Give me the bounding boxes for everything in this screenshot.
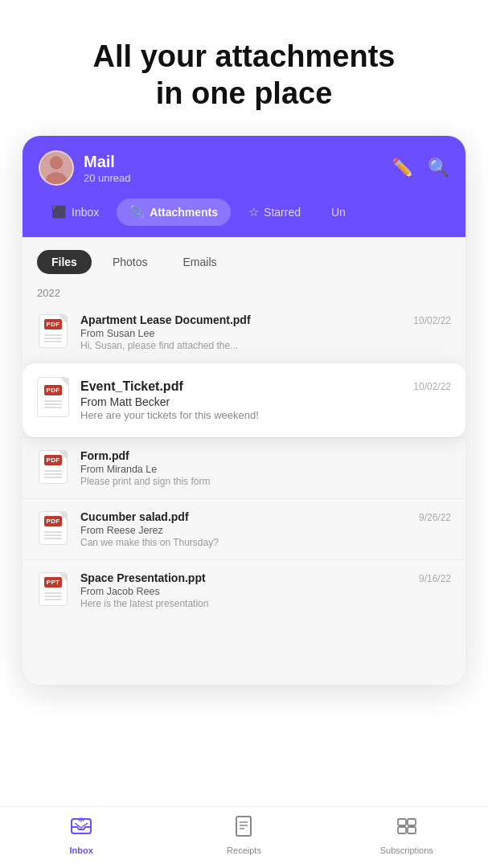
- nav-inbox-icon: [70, 815, 92, 842]
- content-scroll: Files Photos Emails 2022 PDF: [23, 237, 465, 685]
- tab-attachments[interactable]: 📎 Attachments: [117, 199, 231, 226]
- hero-section: All your attachments in one place: [0, 0, 488, 136]
- attachments-tab-icon: 📎: [129, 205, 145, 219]
- tab-starred-label: Starred: [264, 206, 301, 219]
- pdf-lines: [44, 333, 62, 344]
- nav-item-subscriptions[interactable]: Subscriptions: [375, 815, 439, 855]
- file-preview-ticket: Here are your tickets for this weekend!: [80, 409, 451, 421]
- pdf-badge-salad: PDF: [44, 516, 63, 526]
- nav-inbox-label: Inbox: [69, 845, 92, 855]
- search-icon[interactable]: 🔍: [428, 158, 449, 178]
- file-icon-pdf: PDF: [37, 313, 69, 349]
- bottom-nav: Inbox Receipts Subscriptions: [0, 806, 488, 868]
- file-name: Apartment Lease Document.pdf: [80, 313, 251, 326]
- file-from-ticket: From Matt Becker: [80, 395, 451, 408]
- file-item-form[interactable]: PDF Form.pdf From Miranda Le Plea: [23, 437, 465, 498]
- year-label: 2022: [23, 282, 465, 302]
- pdf-lines-salad: [44, 530, 62, 541]
- nav-item-receipts[interactable]: Receipts: [211, 815, 276, 855]
- file-preview: Hi, Susan, please find attached the...: [80, 340, 451, 351]
- file-content-presentation: Space Presentation.ppt 9/16/22 From Jaco…: [80, 571, 451, 609]
- mail-unread: 20 unread: [84, 172, 131, 184]
- mail-header-icons: ✏️ 🔍: [392, 158, 449, 178]
- pdf-badge: PDF: [44, 319, 63, 330]
- file-item-highlighted[interactable]: PDF Event_Ticket.pdf 10/02/22 From Matt …: [23, 362, 465, 437]
- file-date-presentation: 9/16/22: [419, 573, 451, 584]
- file-content: Apartment Lease Document.pdf 10/02/22 Fr…: [80, 313, 451, 351]
- tab-inbox-label: Inbox: [72, 206, 99, 219]
- nav-receipts-icon: [232, 815, 255, 842]
- file-name-ticket: Event_Ticket.pdf: [80, 379, 183, 394]
- file-row-top: Apartment Lease Document.pdf 10/02/22: [80, 313, 451, 328]
- file-preview-form: Please print and sign this form: [80, 476, 451, 487]
- tab-attachments-label: Attachments: [150, 206, 218, 219]
- sub-tab-files[interactable]: Files: [37, 250, 92, 274]
- inbox-tab-icon: ⬛: [51, 205, 67, 219]
- nav-subscriptions-label: Subscriptions: [380, 845, 433, 855]
- file-icon-ppt: PPT: [37, 571, 69, 607]
- sub-tabs: Files Photos Emails: [23, 237, 465, 282]
- tab-unread[interactable]: Un: [318, 199, 359, 226]
- nav-item-inbox[interactable]: Inbox: [49, 815, 113, 855]
- svg-point-1: [50, 156, 63, 169]
- starred-tab-icon: ☆: [248, 205, 259, 219]
- pdf-badge-ticket: PDF: [44, 385, 63, 395]
- pdf-badge-form: PDF: [44, 455, 63, 465]
- mail-header-left: Mail 20 unread: [39, 150, 131, 186]
- sub-tab-emails[interactable]: Emails: [169, 250, 232, 274]
- svg-rect-9: [408, 819, 416, 825]
- file-item[interactable]: PDF Apartment Lease Document.pdf 10/02/2…: [23, 302, 465, 362]
- pdf-lines-ticket: [44, 399, 62, 410]
- svg-rect-8: [398, 819, 406, 825]
- file-preview-salad: Can we make this on Thursday?: [80, 537, 451, 548]
- compose-icon[interactable]: ✏️: [392, 158, 413, 178]
- file-preview-presentation: Here is the latest presentation: [80, 598, 451, 609]
- tab-bar: ⬛ Inbox 📎 Attachments ☆ Starred Un: [39, 199, 449, 237]
- svg-rect-11: [408, 827, 416, 833]
- file-content-salad: Cucumber salad.pdf 9/26/22 From Reese Je…: [80, 510, 451, 548]
- file-row-top-presentation: Space Presentation.ppt 9/16/22: [80, 571, 451, 586]
- mail-header-top: Mail 20 unread ✏️ 🔍: [39, 150, 449, 186]
- file-name-form: Form.pdf: [80, 449, 129, 462]
- nav-subscriptions-icon: [396, 815, 418, 842]
- pdf-lines-form: [44, 469, 62, 480]
- file-content-form: Form.pdf From Miranda Le Please print an…: [80, 449, 451, 487]
- hero-title: All your attachments in one place: [32, 39, 456, 112]
- mail-header: Mail 20 unread ✏️ 🔍 ⬛ Inbox 📎 Attachment…: [23, 136, 465, 237]
- file-content-ticket: Event_Ticket.pdf 10/02/22 From Matt Beck…: [80, 379, 451, 421]
- app-card: Mail 20 unread ✏️ 🔍 ⬛ Inbox 📎 Attachment…: [23, 136, 465, 685]
- content-area: Files Photos Emails 2022 PDF: [23, 237, 465, 685]
- svg-rect-10: [398, 827, 406, 833]
- file-date-ticket: 10/02/22: [413, 381, 451, 392]
- svg-rect-4: [236, 817, 251, 836]
- file-from-salad: From Reese Jerez: [80, 525, 451, 536]
- file-item-presentation[interactable]: PPT Space Presentation.ppt 9/16/22 From …: [23, 559, 465, 620]
- tab-inbox[interactable]: ⬛ Inbox: [39, 199, 112, 226]
- file-date: 10/02/22: [413, 315, 451, 326]
- nav-receipts-label: Receipts: [227, 845, 261, 855]
- file-icon-pdf-salad: PDF: [37, 510, 69, 546]
- sub-tab-photos[interactable]: Photos: [98, 250, 162, 274]
- avatar: [39, 150, 74, 186]
- file-row-top-ticket: Event_Ticket.pdf 10/02/22: [80, 379, 451, 395]
- file-row-top-form: Form.pdf: [80, 449, 451, 464]
- file-icon-pdf-form: PDF: [37, 449, 69, 485]
- mail-app-title: Mail: [84, 153, 131, 170]
- mail-info: Mail 20 unread: [84, 153, 131, 184]
- pdf-lines-ppt: [44, 591, 62, 602]
- file-from-form: From Miranda Le: [80, 464, 451, 475]
- file-row-top-salad: Cucumber salad.pdf 9/26/22: [80, 510, 451, 525]
- file-from: From Susan Lee: [80, 328, 451, 339]
- tab-unread-label: Un: [331, 206, 346, 219]
- tab-starred[interactable]: ☆ Starred: [236, 199, 314, 226]
- file-name-salad: Cucumber salad.pdf: [80, 510, 189, 523]
- file-icon-pdf-ticket: PDF: [37, 379, 69, 415]
- file-item-salad[interactable]: PDF Cucumber salad.pdf 9/26/22 From Rees…: [23, 498, 465, 559]
- file-from-presentation: From Jacob Rees: [80, 586, 451, 597]
- file-name-presentation: Space Presentation.ppt: [80, 571, 206, 584]
- ppt-badge: PPT: [44, 577, 62, 588]
- file-date-salad: 9/26/22: [419, 512, 451, 523]
